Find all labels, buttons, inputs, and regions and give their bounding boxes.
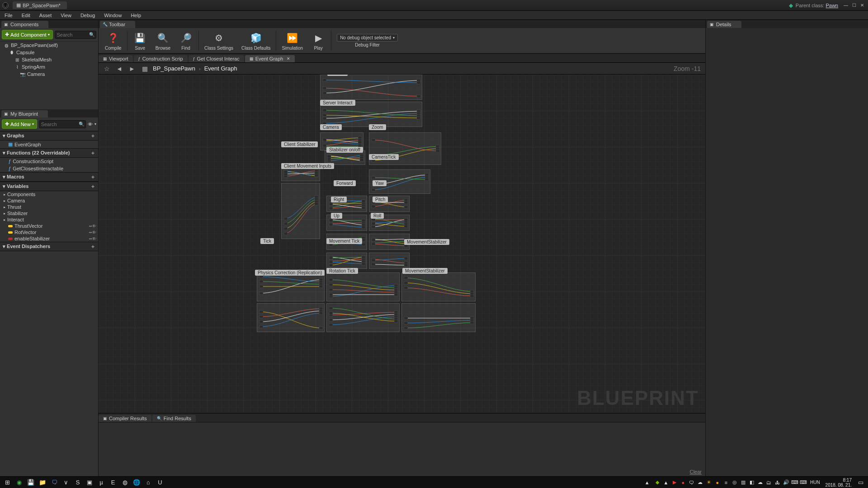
- add-macros-button[interactable]: ＋: [90, 174, 95, 180]
- taskbar-epic-icon[interactable]: E: [108, 478, 118, 488]
- visibility-toggle[interactable]: ━👁: [89, 236, 96, 241]
- comment-box[interactable]: [401, 272, 476, 301]
- variable-thrust[interactable]: ▸Thrust: [0, 204, 98, 210]
- comment-label[interactable]: Physics Correction (Replication): [255, 270, 325, 276]
- taskbar-chrome-icon[interactable]: ◉: [14, 478, 24, 488]
- comment-label[interactable]: Zoom: [369, 124, 386, 130]
- document-tab[interactable]: ▦ BP_SpacePawn*: [13, 1, 67, 9]
- taskbar-discord-icon[interactable]: 🗨: [49, 478, 60, 488]
- taskbar-folders-icon[interactable]: 🗂: [765, 478, 773, 488]
- parent-class-link[interactable]: Pawn: [826, 3, 838, 8]
- comment-box[interactable]: [281, 183, 320, 239]
- comment-label[interactable]: Interact: [327, 75, 348, 76]
- component-capsule[interactable]: ⬮Capsule: [0, 49, 98, 56]
- bottom-tab-find-results[interactable]: 🔍Find Results: [152, 415, 196, 422]
- taskbar-firefox2-icon[interactable]: 🌐: [131, 478, 142, 488]
- add-new-button[interactable]: ✚ Add New ▾: [2, 119, 37, 129]
- taskbar-menu-icon[interactable]: ≡: [722, 478, 730, 488]
- debug-object-selector[interactable]: No debug object selected▾: [337, 34, 398, 42]
- taskbar-nvidia-icon[interactable]: ◆: [653, 478, 661, 488]
- comment-label[interactable]: Client Stabilizer: [281, 141, 318, 147]
- clear-link[interactable]: Clear: [690, 469, 702, 474]
- section-variables[interactable]: ▾ Variables＋: [0, 182, 98, 191]
- comment-label[interactable]: MovementStabilizer: [404, 239, 449, 245]
- comment-box[interactable]: [257, 272, 325, 301]
- myblueprint-tab[interactable]: ▣ My Blueprint: [1, 110, 48, 117]
- comment-box[interactable]: [369, 234, 410, 250]
- variable-thrustvector[interactable]: ThrustVector━👁: [0, 223, 98, 229]
- comment-box[interactable]: [401, 303, 476, 332]
- class-defaults-button[interactable]: 🧊Class Defaults: [238, 30, 274, 52]
- comment-box[interactable]: [369, 253, 410, 269]
- variable-camera[interactable]: ▸Camera: [0, 197, 98, 204]
- component-bp-spacepawn-self-[interactable]: ◍BP_SpacePawn(self): [0, 42, 98, 49]
- taskbar-vol-icon[interactable]: 🔊: [782, 478, 790, 488]
- breadcrumb-root[interactable]: BP_SpacePawn: [153, 65, 195, 72]
- menu-file[interactable]: File: [0, 12, 17, 19]
- details-tab[interactable]: ▣ Details: [707, 21, 741, 28]
- taskbar-net-icon[interactable]: 🖧: [774, 478, 782, 488]
- taskbar-vscode-icon[interactable]: ∨: [61, 478, 71, 488]
- comment-box[interactable]: [326, 272, 400, 301]
- add-graphs-button[interactable]: ＋: [90, 132, 95, 139]
- close-icon[interactable]: ✕: [287, 56, 290, 61]
- graph-tab-get-closest-interac[interactable]: ƒGet Closest Interac: [189, 55, 244, 62]
- taskbar-ue-icon[interactable]: U: [155, 478, 165, 488]
- bottom-tab-compiler-results[interactable]: ▣Compiler Results: [99, 415, 151, 422]
- comment-box[interactable]: [257, 303, 325, 332]
- myblueprint-search-input[interactable]: [41, 122, 77, 127]
- taskbar-sublime-icon[interactable]: S: [72, 478, 83, 488]
- taskbar-start-icon[interactable]: ⊞: [2, 478, 13, 488]
- taskbar-yt-icon[interactable]: ▶: [670, 478, 679, 488]
- comment-box[interactable]: [326, 303, 400, 332]
- save-button[interactable]: 💾Save: [129, 30, 151, 52]
- toolbar-tab[interactable]: 🔧 Toolbar: [100, 21, 135, 28]
- source-control-icon[interactable]: ◆: [789, 2, 793, 9]
- component-skeletalmesh[interactable]: ⊞SkeletalMesh: [0, 56, 98, 63]
- comment-label[interactable]: Camera: [320, 124, 342, 130]
- taskbar-vpn-icon[interactable]: ▥: [739, 478, 747, 488]
- taskbar-cube-icon[interactable]: ◧: [748, 478, 756, 488]
- graph-tab-event-graph[interactable]: ▦Event Graph✕: [245, 55, 295, 62]
- taskbar-steam2-icon[interactable]: ◍: [119, 478, 130, 488]
- function-constructionscript[interactable]: ƒConstructionScript: [0, 158, 98, 165]
- taskbar-rec-icon[interactable]: ●: [679, 478, 687, 488]
- taskbar-steam-icon[interactable]: ◎: [731, 478, 739, 488]
- comment-box[interactable]: [326, 253, 367, 269]
- comment-label[interactable]: Tick: [260, 238, 274, 244]
- menu-asset[interactable]: Asset: [35, 12, 57, 19]
- taskbar-orange-icon[interactable]: ●: [713, 478, 722, 488]
- favorite-icon[interactable]: ☆: [102, 64, 111, 73]
- taskbar-home-icon[interactable]: ⌂: [143, 478, 154, 488]
- components-search-input[interactable]: [57, 32, 88, 38]
- taskbar-key-icon[interactable]: ⌨: [791, 478, 799, 488]
- variable-components[interactable]: ▸Components: [0, 191, 98, 197]
- taskbar-cloud-icon[interactable]: ☁: [696, 478, 704, 488]
- add-functions-button[interactable]: ＋: [90, 150, 95, 156]
- nav-back-button[interactable]: ◄: [115, 64, 124, 73]
- add-variables-button[interactable]: ＋: [90, 183, 95, 190]
- comment-label[interactable]: MovementStabilizer: [402, 268, 448, 274]
- comment-box[interactable]: [369, 132, 441, 165]
- tray-clock[interactable]: 8:17 2018. 08. 21.: [823, 478, 854, 488]
- components-tab[interactable]: ▣ Components: [1, 21, 48, 28]
- eye-icon[interactable]: 👁: [88, 122, 93, 127]
- menu-view[interactable]: View: [56, 12, 76, 19]
- visibility-toggle[interactable]: ━👁: [89, 224, 96, 229]
- find-button[interactable]: 🔎Find: [175, 30, 197, 52]
- graph-tab-construction-scrip[interactable]: ƒConstruction Scrip: [134, 55, 188, 62]
- tray-notifications-icon[interactable]: ▭: [855, 478, 866, 488]
- section-functions[interactable]: ▾ Functions (22 Overridable)＋: [0, 148, 98, 158]
- comment-label[interactable]: Pitch: [373, 197, 388, 202]
- comment-label[interactable]: Yaw: [373, 180, 387, 186]
- add-component-button[interactable]: ✚ Add Component ▾: [2, 30, 53, 39]
- variable-enablestabilizer[interactable]: enableStabilizer━👁: [0, 235, 98, 242]
- section-event-dispatchers[interactable]: ▾ Event Dispatchers＋: [0, 242, 98, 251]
- taskbar-cloud2-icon[interactable]: ☁: [756, 478, 764, 488]
- section-graphs[interactable]: ▾ Graphs＋: [0, 131, 98, 141]
- comment-label[interactable]: Roll: [371, 213, 384, 219]
- compile-button[interactable]: ❓Compile: [101, 30, 125, 52]
- variable-rotvector[interactable]: RotVector━👁: [0, 229, 98, 235]
- menu-help[interactable]: Help: [126, 12, 146, 19]
- breadcrumb-leaf[interactable]: Event Graph: [204, 65, 237, 72]
